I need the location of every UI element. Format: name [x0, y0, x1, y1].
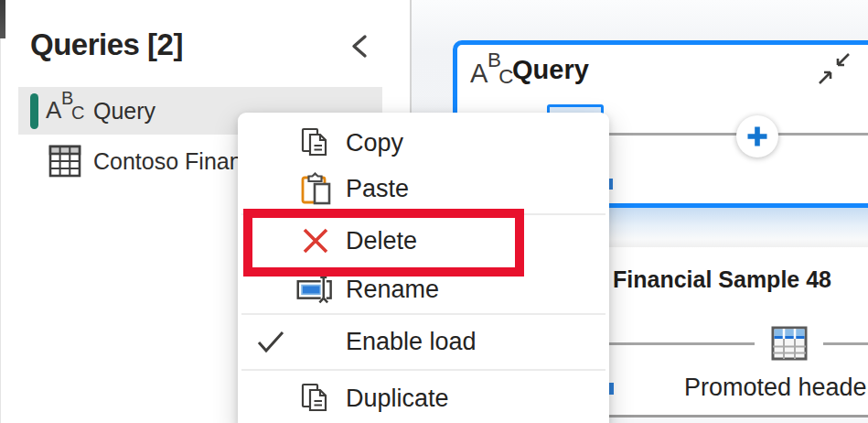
- collapse-panel-button[interactable]: [348, 34, 372, 60]
- menu-item-paste[interactable]: Paste: [238, 166, 609, 212]
- collapse-arrows-icon: [816, 50, 852, 87]
- occluded-step-fragment: [609, 383, 614, 395]
- checkmark-icon: [256, 329, 285, 354]
- paste-icon: [299, 172, 332, 205]
- menu-item-copy[interactable]: Copy: [238, 120, 609, 166]
- collapse-card-button[interactable]: [816, 50, 852, 87]
- selection-accent-bar: [30, 93, 38, 129]
- occluded-step-fragment: [609, 179, 613, 190]
- add-step-button[interactable]: [736, 115, 778, 157]
- delete-annotation-box: [243, 209, 524, 277]
- abc-icon: ABC: [46, 91, 88, 127]
- rename-icon: [296, 272, 335, 307]
- query-item-label: Query: [93, 98, 155, 125]
- step-label: Promoted headers: [684, 374, 868, 402]
- table-icon: [48, 142, 82, 180]
- menu-item-label: Duplicate: [346, 385, 449, 413]
- menu-item-label: Enable load: [346, 328, 477, 356]
- power-query-diagram-view: Queries [2] ABC Query Contoso Financial …: [0, 0, 868, 423]
- menu-separator: [241, 313, 605, 315]
- table-step-icon[interactable]: [770, 325, 809, 362]
- menu-item-enable-load[interactable]: Enable load: [238, 316, 609, 367]
- menu-item-label: Paste: [346, 175, 409, 203]
- copy-icon: [299, 126, 332, 159]
- queries-panel-title: Queries [2]: [30, 27, 183, 62]
- panel-left-edge: [0, 0, 1, 423]
- menu-separator: [241, 369, 605, 371]
- menu-item-label: Copy: [346, 129, 403, 157]
- chevron-left-icon: [348, 34, 372, 60]
- financial-card-title: Financial Sample 48: [613, 266, 831, 293]
- duplicate-icon: [299, 382, 332, 415]
- window-edge-fragment: [0, 0, 5, 38]
- step-connector-line: [823, 342, 868, 345]
- menu-item-duplicate[interactable]: Duplicate: [238, 373, 609, 423]
- menu-item-label: Rename: [346, 276, 439, 304]
- query-card-title: Query: [512, 55, 589, 85]
- abc-icon: ABC: [470, 51, 518, 92]
- plus-icon: [736, 115, 778, 157]
